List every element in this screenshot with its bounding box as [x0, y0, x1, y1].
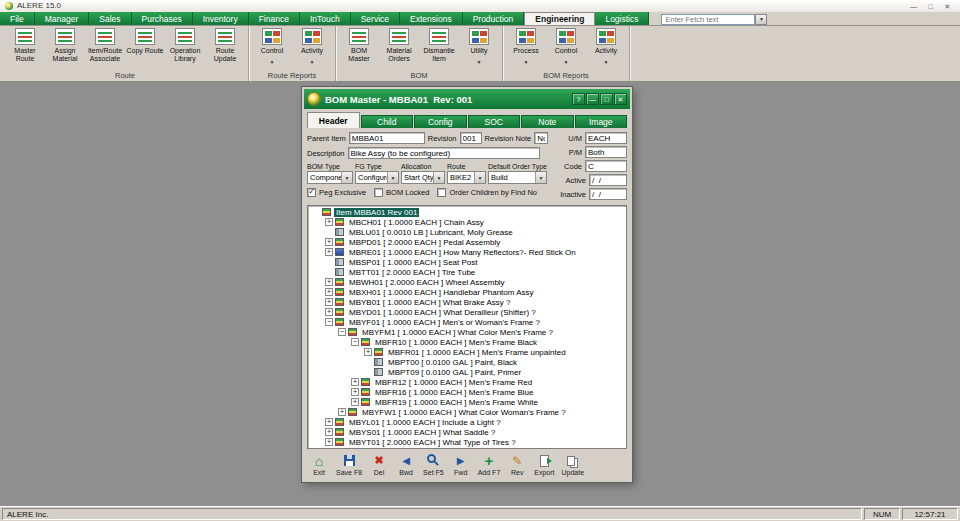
- tab-header[interactable]: Header: [307, 112, 360, 128]
- tree-item[interactable]: +MBYFW1 [ 1.0000 EACH ] What Color Woman…: [310, 407, 626, 417]
- checkbox-bom-locked[interactable]: BOM Locked: [374, 188, 429, 197]
- tree-expander[interactable]: +: [325, 278, 333, 286]
- menu-tab-extensions[interactable]: Extensions: [400, 12, 463, 25]
- tree-item-label[interactable]: MBFR12 [ 1.0000 EACH ] Men's Frame Red: [373, 378, 534, 387]
- minimize-button[interactable]: —: [906, 1, 921, 12]
- tree-item-label[interactable]: MBWH01 [ 2.0000 EACH ] Wheel Assembly: [347, 278, 507, 287]
- tree-item-label[interactable]: MBYB01 [ 1.0000 EACH ] What Brake Assy ?: [347, 298, 512, 307]
- menu-tab-engineering[interactable]: Engineering: [524, 12, 595, 25]
- chevron-down-icon[interactable]: [387, 172, 398, 183]
- menu-tab-intouch[interactable]: InTouch: [300, 12, 351, 25]
- tree-item-label[interactable]: MBYL01 [ 1.0000 EACH ] Include a Light ?: [347, 418, 503, 427]
- menu-tab-sales[interactable]: Sales: [89, 12, 131, 25]
- tree-expander[interactable]: +: [325, 438, 333, 446]
- tree-item-label[interactable]: MBYD01 [ 1.0000 EACH ] What Derailleur (…: [347, 308, 538, 317]
- tree-item[interactable]: +MBFR19 [ 1.0000 EACH ] Men's Frame Whit…: [310, 397, 626, 407]
- tree-item-label[interactable]: MBSP01 [ 1.0000 EACH ] Seat Post: [347, 258, 480, 267]
- tree-expander[interactable]: +: [325, 418, 333, 426]
- menu-tab-logistics[interactable]: Logistics: [595, 12, 649, 25]
- tree-expander[interactable]: +: [325, 288, 333, 296]
- tab-child[interactable]: Child: [361, 115, 414, 128]
- inactive-date-input[interactable]: [589, 188, 627, 200]
- tree-expander[interactable]: +: [351, 388, 359, 396]
- pm-input[interactable]: [585, 146, 627, 158]
- tree-item-label[interactable]: Item MBBA01 Rev 001: [334, 208, 419, 217]
- tab-soc[interactable]: SOC: [468, 115, 521, 128]
- tree-expander[interactable]: −: [351, 338, 359, 346]
- tree-item-label[interactable]: MBXH01 [ 1.0000 EACH ] Handlebar Phantom…: [347, 288, 536, 297]
- tab-image[interactable]: Image: [575, 115, 628, 128]
- tab-note[interactable]: Note: [521, 115, 574, 128]
- tree-item-label[interactable]: MBYT01 [ 2.0000 EACH ] What Type of Tire…: [347, 438, 518, 447]
- tree-expander[interactable]: −: [325, 318, 333, 326]
- tree-item[interactable]: +MBFR16 [ 1.0000 EACH ] Men's Frame Blue: [310, 387, 626, 397]
- menu-tab-file[interactable]: File: [0, 12, 35, 25]
- tree-item[interactable]: +MBCH01 [ 1.0000 EACH ] Chain Assy: [310, 217, 626, 227]
- parent-item-input[interactable]: [349, 132, 425, 144]
- ribbon-item-dismantle-item[interactable]: Dismantle Item: [419, 27, 459, 63]
- menu-tab-purchases[interactable]: Purchases: [132, 12, 193, 25]
- menu-tab-production[interactable]: Production: [463, 12, 525, 25]
- tree-item-label[interactable]: MBRE01 [ 1.0000 EACH ] How Many Reflecto…: [347, 248, 578, 257]
- tree-item[interactable]: +MBYS01 [ 1.0000 EACH ] What Saddle ?: [310, 427, 626, 437]
- checkbox-box[interactable]: [437, 188, 446, 197]
- bwd-button[interactable]: ◀Bwd: [396, 453, 416, 476]
- tree-item-label[interactable]: MBYS01 [ 1.0000 EACH ] What Saddle ?: [347, 428, 497, 437]
- tree-item[interactable]: +MBYD01 [ 1.0000 EACH ] What Derailleur …: [310, 307, 626, 317]
- chevron-down-icon[interactable]: [341, 172, 352, 183]
- tree-expander[interactable]: +: [325, 218, 333, 226]
- tree-expander[interactable]: +: [325, 248, 333, 256]
- ribbon-item-activity[interactable]: Activity: [292, 27, 332, 66]
- tree-item[interactable]: +MBPD01 [ 2.0000 EACH ] Pedal Assembly: [310, 237, 626, 247]
- description-input[interactable]: [348, 147, 540, 159]
- tree-expander[interactable]: +: [325, 238, 333, 246]
- checkbox-box[interactable]: [307, 188, 316, 197]
- checkbox-peg-exclusive[interactable]: Peg Exclusive: [307, 188, 366, 197]
- close-button[interactable]: ✕: [940, 1, 955, 12]
- tree-item-label[interactable]: MBYF01 [ 1.0000 EACH ] Men's or Woman's …: [347, 318, 542, 327]
- menu-tab-manager[interactable]: Manager: [35, 12, 90, 25]
- code-input[interactable]: [585, 160, 627, 172]
- fwd-button[interactable]: ▶Fwd: [451, 453, 471, 476]
- checkbox-order-children-by-find-no[interactable]: Order Children by Find No: [437, 188, 537, 197]
- tree-item[interactable]: +MBFR01 [ 1.0000 EACH ] Men's Frame unpa…: [310, 347, 626, 357]
- tree-item[interactable]: +MBXH01 [ 1.0000 EACH ] Handlebar Phanto…: [310, 287, 626, 297]
- active-date-input[interactable]: [589, 174, 627, 186]
- ribbon-item-control[interactable]: Control: [252, 27, 292, 66]
- ribbon-item-process[interactable]: Process: [506, 27, 546, 66]
- tree-item-label[interactable]: MBCH01 [ 1.0000 EACH ] Chain Assy: [347, 218, 486, 227]
- chevron-down-icon[interactable]: [474, 172, 485, 183]
- dialog-maximize-button[interactable]: □: [600, 93, 613, 105]
- maximize-button[interactable]: □: [923, 1, 938, 12]
- add-f7-button[interactable]: +Add F7: [478, 453, 501, 476]
- chevron-down-icon[interactable]: [433, 172, 444, 183]
- tree-item-label[interactable]: MBFR10 [ 1.0000 EACH ] Men's Frame Black: [373, 338, 539, 347]
- tree-item[interactable]: +MBYB01 [ 1.0000 EACH ] What Brake Assy …: [310, 297, 626, 307]
- tree-item[interactable]: +MBRE01 [ 1.0000 EACH ] How Many Reflect…: [310, 247, 626, 257]
- tree-expander[interactable]: +: [351, 398, 359, 406]
- tree-expander[interactable]: +: [325, 428, 333, 436]
- route-dropdown[interactable]: BIKE2: [447, 171, 486, 184]
- exit-button[interactable]: ⌂Exit: [309, 453, 329, 476]
- set-f5-button[interactable]: Set F5: [423, 453, 444, 476]
- tree-item-label[interactable]: MBPD01 [ 2.0000 EACH ] Pedal Assembly: [347, 238, 502, 247]
- ribbon-item-copy-route[interactable]: Copy Route: [125, 27, 165, 56]
- dialog-minimize-button[interactable]: —: [586, 93, 599, 105]
- rev-button[interactable]: ✎Rev: [507, 453, 527, 476]
- revision-note-input[interactable]: [534, 132, 548, 144]
- tree-expander[interactable]: +: [325, 298, 333, 306]
- tree-item-label[interactable]: MBPT00 [ 0.0100 GAL ] Paint, Black: [386, 358, 519, 367]
- fg-type-dropdown[interactable]: Configure: [355, 171, 399, 184]
- fetch-input[interactable]: [661, 14, 755, 25]
- tree-expander[interactable]: +: [338, 408, 346, 416]
- menu-tab-finance[interactable]: Finance: [249, 12, 300, 25]
- default-order-type-dropdown[interactable]: Build: [488, 171, 547, 184]
- tree-item[interactable]: MBLU01 [ 0.0010 LB ] Lubricant, Moly Gre…: [310, 227, 626, 237]
- tree-item[interactable]: −MBYFM1 [ 1.0000 EACH ] What Color Men's…: [310, 327, 626, 337]
- menu-tab-service[interactable]: Service: [351, 12, 400, 25]
- ribbon-item-master-route[interactable]: Master Route: [5, 27, 45, 63]
- tree-item[interactable]: −MBFR10 [ 1.0000 EACH ] Men's Frame Blac…: [310, 337, 626, 347]
- checkbox-box[interactable]: [374, 188, 383, 197]
- tree-expander[interactable]: +: [364, 348, 372, 356]
- tree-item-label[interactable]: MBPT09 [ 0.0100 GAL ] Paint, Primer: [386, 368, 523, 377]
